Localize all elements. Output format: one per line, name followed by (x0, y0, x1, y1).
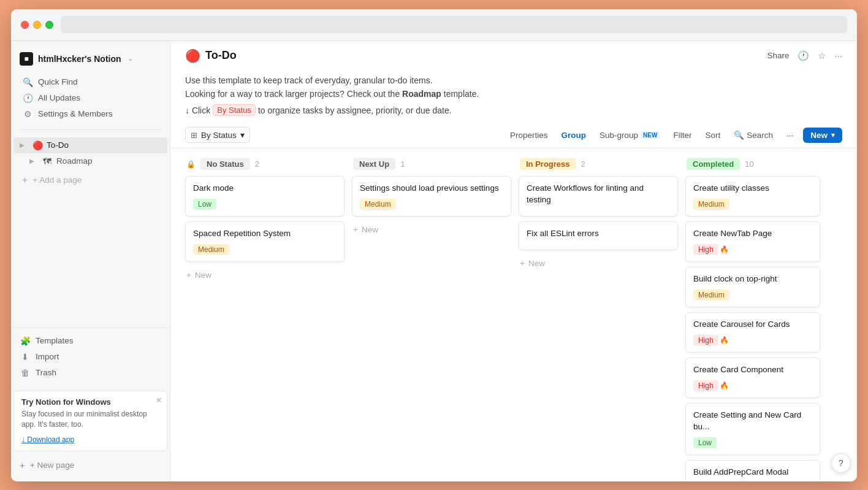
hint-prefix: ↓ Click (185, 105, 210, 115)
workspace-switcher[interactable]: ■ htmlHxcker's Notion ⌄ (11, 48, 170, 72)
promo-desc: Stay focused in our minimalist desktop a… (21, 409, 159, 430)
card-carousel[interactable]: Create Carousel for Cards High🔥 (685, 312, 820, 353)
sidebar-item-add-page[interactable]: + + Add a page (13, 172, 167, 189)
card-addprepcard[interactable]: Build AddPrepCard Modal (685, 460, 820, 481)
roadmap-link[interactable]: Roadmap (402, 89, 441, 99)
fullscreen-button[interactable] (45, 21, 53, 29)
card-workflows[interactable]: Create Workflows for linting and testing (519, 176, 678, 216)
add-new-next-up[interactable]: + New (352, 221, 511, 238)
sidebar-pages: ▶ 🔴 To-Do ▶ 🗺 Roadmap + + Add a page (11, 135, 170, 327)
plus-icon: + (20, 460, 25, 470)
card-tag-high: High (693, 244, 718, 255)
card-spaced-repetition[interactable]: Spaced Repetition System Medium (185, 221, 345, 262)
more-options-icon[interactable]: ··· (834, 50, 842, 61)
col-title-no-status: No Status (200, 158, 250, 170)
app-body: ■ htmlHxcker's Notion ⌄ 🔍 Quick Find 🕐 A… (11, 41, 857, 481)
search-icon: 🔍 (734, 130, 744, 140)
add-new-no-status[interactable]: + New (185, 267, 345, 283)
page-title: To-Do (205, 49, 237, 62)
card-utility-classes[interactable]: Create utility classes Medium (685, 176, 820, 216)
kanban-board: 🔒 No Status 2 Dark mode Low Spaced Repet… (170, 148, 857, 481)
add-new-in-progress[interactable]: + New (519, 255, 678, 272)
templates-icon: 🧩 (20, 336, 31, 346)
card-clock[interactable]: Build clock on top-right Medium (685, 267, 820, 307)
card-setting-new-card[interactable]: Create Setting and New Card bu... Low (685, 403, 820, 455)
group-button[interactable]: Group (558, 129, 590, 142)
sidebar: ■ htmlHxcker's Notion ⌄ 🔍 Quick Find 🕐 A… (11, 41, 170, 481)
search-button[interactable]: 🔍 Search (730, 128, 777, 142)
sidebar-item-templates[interactable]: 🧩 Templates (20, 333, 161, 349)
workspace-name: htmlHxcker's Notion (38, 54, 121, 64)
card-title: Create Workflows for linting and testing (527, 183, 670, 206)
col-title-next-up: Next Up (353, 158, 395, 170)
toolbar: ⊞ By Status ▾ Properties Group Sub-group… (170, 123, 857, 148)
properties-button[interactable]: Properties (506, 129, 552, 142)
sidebar-item-import[interactable]: ⬇ Import (20, 349, 161, 365)
sidebar-nav-label-all-updates: All Updates (38, 93, 80, 102)
chevron-right-icon: ▶ (20, 142, 28, 148)
card-eslint[interactable]: Fix all ESLint errors (519, 221, 678, 250)
search-icon: 🔍 (22, 77, 33, 87)
sidebar-item-settings[interactable]: ⚙ Settings & Members (13, 106, 167, 122)
chevron-down-icon: ▾ (240, 130, 245, 140)
close-button[interactable] (21, 21, 29, 29)
card-settings[interactable]: Settings should load previous settings M… (352, 176, 511, 216)
add-new-label: New (528, 259, 545, 268)
card-title: Build AddPrepCard Modal (693, 467, 812, 478)
sidebar-item-all-updates[interactable]: 🕐 All Updates (13, 90, 167, 106)
sidebar-item-quick-find[interactable]: 🔍 Quick Find (13, 74, 167, 90)
board-view-icon: ⊞ (191, 131, 197, 140)
todo-icon: 🔴 (32, 140, 43, 150)
card-title: Create Setting and New Card bu... (693, 410, 812, 433)
minimize-button[interactable] (33, 21, 41, 29)
roadmap-icon: 🗺 (42, 156, 53, 166)
download-app-link[interactable]: ↓ Download app (21, 435, 74, 444)
main-content: 🔴 To-Do Share 🕐 ☆ ··· Use this template … (170, 41, 857, 481)
new-page-label: + New page (30, 461, 74, 470)
history-icon[interactable]: 🕐 (798, 50, 809, 61)
plus-icon: + (22, 175, 28, 186)
desc-line-2: Looking for a way to track larger projec… (185, 87, 842, 101)
sidebar-item-trash[interactable]: 🗑 Trash (20, 365, 161, 381)
sort-button[interactable]: Sort (701, 129, 724, 142)
sidebar-item-roadmap[interactable]: ▶ 🗺 Roadmap (13, 153, 167, 169)
toolbar-left: ⊞ By Status ▾ (185, 127, 250, 143)
fire-icon: 🔥 (720, 336, 729, 345)
close-promo-button[interactable]: ✕ (156, 396, 162, 405)
desc-suffix: template. (441, 89, 479, 99)
address-bar[interactable] (61, 16, 847, 33)
card-card-component[interactable]: Create Card Component High🔥 (685, 358, 820, 398)
sidebar-item-todo[interactable]: ▶ 🔴 To-Do (13, 137, 167, 153)
col-title-completed: Completed (687, 158, 740, 170)
more-toolbar-button[interactable]: ··· (783, 129, 797, 142)
new-entry-button[interactable]: New ▾ (803, 128, 842, 143)
view-selector[interactable]: ⊞ By Status ▾ (185, 127, 250, 143)
new-page-button[interactable]: + + New page (11, 456, 170, 474)
card-title: Dark mode (193, 183, 337, 194)
plus-icon: + (353, 225, 358, 234)
lock-icon: 🔒 (186, 160, 196, 169)
help-button[interactable]: ? (831, 453, 851, 473)
card-title: Build clock on top-right (693, 274, 812, 285)
sidebar-nav: 🔍 Quick Find 🕐 All Updates ⚙ Settings & … (11, 72, 170, 124)
search-label: Search (747, 131, 773, 140)
star-icon[interactable]: ☆ (818, 50, 826, 61)
app-window: ■ htmlHxcker's Notion ⌄ 🔍 Quick Find 🕐 A… (11, 9, 857, 481)
card-tag-medium: Medium (360, 199, 396, 210)
by-status-badge: By Status (213, 104, 256, 116)
sidebar-nav-label-quick-find: Quick Find (38, 77, 78, 86)
desc-line-1: Use this template to keep track of every… (185, 74, 842, 87)
card-tag-low: Low (693, 437, 717, 448)
col-header-next-up: Next Up 1 (352, 158, 511, 170)
filter-button[interactable]: Filter (669, 129, 695, 142)
sub-group-button[interactable]: Sub-group NEW (596, 129, 663, 142)
workspace-chevron-icon: ⌄ (128, 55, 133, 63)
card-dark-mode[interactable]: Dark mode Low (185, 176, 345, 216)
share-button[interactable]: Share (767, 51, 789, 60)
try-notion-promo: ✕ Try Notion for Windows Stay focused in… (13, 391, 167, 451)
hint-suffix: to organize tasks by assignee, priority,… (258, 105, 452, 115)
sidebar-nav-label-settings: Settings & Members (38, 109, 113, 118)
import-icon: ⬇ (20, 352, 31, 362)
column-in-progress: In Progress 2 Create Workflows for linti… (519, 158, 678, 272)
card-newtab-page[interactable]: Create NewTab Page High🔥 (685, 221, 820, 262)
